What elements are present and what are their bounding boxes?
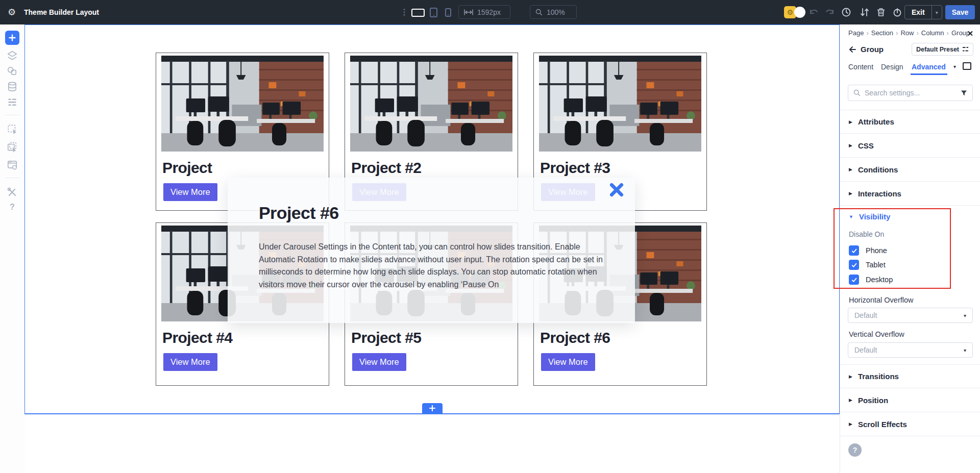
exit-menu-chevron-icon[interactable]: ▾ [932,10,942,15]
history-icon[interactable] [841,7,851,17]
search-settings-input[interactable] [865,89,957,97]
phone-view-icon[interactable] [445,8,451,17]
disable-on-label: Disable On [849,230,884,238]
sort-arrows-icon[interactable] [860,7,870,17]
tabs-chevron-icon[interactable]: ▾ [953,64,956,69]
checkbox-label: Desktop [866,276,893,284]
breadcrumb-section[interactable]: Section [871,29,893,37]
checkbox-label: Phone [866,246,887,255]
caret-down-icon: ▼ [849,214,853,219]
app-root: ⚙ Theme Builder Layout ⋮ 1592px 100% ⚙ [0,0,980,473]
exit-split-button: Exit ▾ [904,5,942,19]
project-card-title[interactable]: Project [162,159,324,177]
checkmark-icon [851,247,857,254]
desktop-preview-icon[interactable] [963,62,971,70]
overlay-title: Project #6 [259,203,339,223]
project-image[interactable] [161,56,324,152]
search-icon [853,89,861,96]
checkbox-row-tablet[interactable]: Tablet [849,260,886,270]
tab-design[interactable]: Design [881,63,903,71]
project-card-title[interactable]: Project #6 [540,329,701,346]
project-image[interactable] [350,56,512,152]
caret-right-icon: ▶ [849,191,852,196]
trash-icon[interactable] [876,7,886,17]
preset-label: Default Preset [916,46,959,53]
database-icon[interactable] [7,81,18,92]
project-image[interactable] [539,56,701,152]
viewport-width-control[interactable]: 1592px [458,5,510,19]
accordion-attributes[interactable]: ▶ Attributes [840,110,980,134]
accordion-label: Conditions [858,165,898,174]
view-more-button[interactable]: View More [541,353,595,371]
builder-settings-toggle[interactable]: ⚙ [784,6,805,18]
sidebar-help-icon[interactable]: ? [10,203,15,212]
vertical-overflow-select[interactable]: Default ▾ [848,342,973,358]
project-card-title[interactable]: Project #3 [540,159,701,177]
view-more-button[interactable]: View More [163,183,217,201]
view-more-button[interactable]: View More [352,353,406,371]
zoom-control[interactable]: 100% [530,5,577,19]
checkbox-row-desktop[interactable]: Desktop [849,275,893,285]
select-value: Default [854,311,877,319]
breadcrumb-column[interactable]: Column [921,29,944,37]
breadcrumb-separator: › [866,29,868,37]
page-settings-icon[interactable] [7,159,18,170]
desktop-view-icon[interactable] [411,9,425,17]
overlay-close-icon[interactable] [608,182,625,198]
checkbox-checked[interactable] [849,275,859,285]
tablet-view-icon[interactable] [430,8,437,17]
project-card-title[interactable]: Project #4 [162,329,324,346]
help-tooltip-overlay: Project #6 Under Carousel Settings in th… [228,178,635,323]
accordion-position[interactable]: ▶ Position [840,388,980,412]
horizontal-overflow-label: Horizontal Overflow [849,296,914,304]
builder-section[interactable]: Project View More Project #2 View More P… [24,24,840,414]
redo-icon[interactable] [825,7,835,17]
accordion-conditions[interactable]: ▶ Conditions [840,158,980,182]
filter-funnel-icon[interactable] [961,90,967,96]
checkbox-checked[interactable] [849,245,859,256]
view-more-button[interactable]: View More [163,353,217,371]
project-card-title[interactable]: Project #5 [351,329,512,346]
levels-icon[interactable] [7,96,18,108]
add-module-button[interactable] [5,31,19,45]
undo-icon[interactable] [808,7,819,17]
breadcrumb-page[interactable]: Page [848,29,864,37]
project-card-title[interactable]: Project #2 [351,159,512,177]
sidebar-divider [5,115,19,115]
tab-content[interactable]: Content [848,63,873,71]
settings-gear-icon[interactable]: ⚙ [8,7,16,18]
tab-advanced[interactable]: Advanced [912,63,946,71]
accordion-transitions[interactable]: ▶ Transitions [840,364,980,388]
builder-sidebar: ? [0,24,24,473]
accordion-css[interactable]: ▶ CSS [840,134,980,158]
exit-button[interactable]: Exit [905,8,932,16]
checkbox-checked[interactable] [849,260,859,270]
select-caret-icon: ▾ [964,347,966,353]
accordion-visibility[interactable]: ▼ Visibility [849,212,890,221]
multi-select-icon[interactable] [7,141,18,153]
back-arrow-icon[interactable] [848,45,857,54]
vertical-overflow-label: Vertical Overflow [849,330,904,338]
add-section-button[interactable] [422,403,443,413]
layers-icon[interactable] [7,50,18,61]
breadcrumb-row[interactable]: Row [900,29,914,37]
default-preset-button[interactable]: Default Preset [912,43,973,56]
accordion-interactions[interactable]: ▶ Interactions [840,182,980,206]
checkbox-label: Tablet [866,261,886,269]
portability-icon[interactable] [892,7,902,17]
checkbox-row-phone[interactable]: Phone [849,245,887,256]
horizontal-overflow-select[interactable]: Default ▾ [848,308,973,323]
tools-icon[interactable] [7,187,18,198]
click-select-icon[interactable] [7,123,18,135]
accordion-scroll-effects[interactable]: ▶ Scroll Effects [840,412,980,436]
builder-title: Theme Builder Layout [24,8,99,16]
more-options-icon[interactable]: ⋮ [400,7,408,18]
accordion-label: Interactions [858,189,901,198]
module-title: Group [861,45,884,54]
save-button[interactable]: Save [945,5,975,19]
panel-close-icon[interactable]: ✕ [967,29,973,38]
width-arrows-icon [464,9,473,15]
panel-help-button[interactable]: ? [848,443,862,457]
select-value: Default [854,346,877,354]
presets-icon[interactable] [7,65,18,77]
